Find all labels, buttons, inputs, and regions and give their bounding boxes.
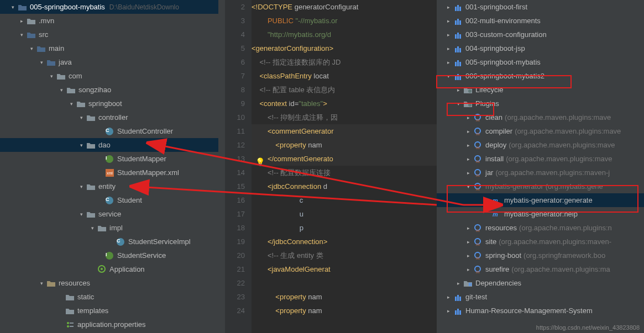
chevron-down-icon[interactable]: ▾ bbox=[465, 184, 471, 189]
tree-item-songzihao[interactable]: ▾songzihao bbox=[0, 83, 225, 97]
chevron-down-icon[interactable]: ▾ bbox=[59, 87, 64, 93]
chevron-right-icon[interactable]: ▸ bbox=[465, 267, 471, 272]
maven-item-mybatis-generator-generate[interactable]: mmybatis-generator:generate bbox=[437, 193, 644, 207]
code-line[interactable]: <!-- 配置 table 表信息内 bbox=[252, 83, 437, 97]
tree-item-resources[interactable]: ▾resources bbox=[0, 276, 225, 290]
tree-item-entity[interactable]: ▾entity bbox=[0, 179, 225, 193]
editor[interactable]: 23456789101112131415161718192021222324 <… bbox=[225, 0, 437, 333]
chevron-right-icon[interactable]: ▸ bbox=[446, 4, 451, 10]
code-line[interactable]: c bbox=[252, 193, 437, 207]
intention-bulb-icon[interactable]: 💡 bbox=[255, 157, 265, 166]
chevron-down-icon[interactable]: ▾ bbox=[39, 60, 44, 65]
code-line[interactable]: <property nam bbox=[252, 304, 437, 318]
maven-item-resources[interactable]: ▸mresources(org.apache.maven.plugins:n bbox=[437, 221, 644, 235]
chevron-right-icon[interactable]: ▸ bbox=[446, 308, 451, 314]
maven-item-site[interactable]: ▸msite(org.apache.maven.plugins:maven- bbox=[437, 235, 644, 249]
code-line[interactable]: <classPathEntry locat bbox=[252, 69, 437, 83]
tree-item-impl[interactable]: ▾impl bbox=[0, 221, 225, 235]
code-line[interactable]: <!-- 配置数据库连接 bbox=[252, 166, 437, 179]
chevron-right-icon[interactable]: ▸ bbox=[465, 142, 471, 148]
code-line[interactable]: <context id="tables"> bbox=[252, 97, 437, 110]
maven-item-install[interactable]: ▸minstall(org.apache.maven.plugins:mave bbox=[437, 152, 644, 166]
code-line[interactable] bbox=[252, 276, 437, 290]
chevron-right-icon[interactable]: ▸ bbox=[446, 46, 451, 51]
maven-item-git-test[interactable]: ▸git-test bbox=[437, 290, 644, 304]
tree-item-main[interactable]: ▾main bbox=[0, 41, 225, 55]
code-line[interactable]: <!DOCTYPE generatorConfigurat bbox=[252, 0, 437, 14]
chevron-right-icon[interactable]: ▸ bbox=[465, 225, 471, 231]
code-line[interactable]: u bbox=[252, 207, 437, 221]
chevron-right-icon[interactable]: ▸ bbox=[465, 239, 471, 245]
maven-item-002-multi-environments[interactable]: ▸002-multi-environments bbox=[437, 14, 644, 28]
chevron-down-icon[interactable]: ▾ bbox=[29, 46, 34, 51]
tree-item-springboot[interactable]: ▾springboot bbox=[0, 97, 225, 110]
code-line[interactable]: <jdbcConnection d bbox=[252, 179, 437, 193]
chevron-down-icon[interactable]: ▾ bbox=[39, 281, 44, 286]
chevron-down-icon[interactable]: ▾ bbox=[49, 73, 54, 79]
chevron-right-icon[interactable]: ▸ bbox=[465, 129, 471, 134]
code-line[interactable]: <property nam bbox=[252, 290, 437, 304]
tree-item-005-springboot-mybatis[interactable]: ▾005-springboot-mybatisD:\BaiduNetdiskDo… bbox=[0, 0, 225, 14]
code-line[interactable]: <javaModelGenerat bbox=[252, 262, 437, 276]
code-line[interactable]: </commentGenerato bbox=[252, 152, 437, 166]
maven-item-003-custom-configuration[interactable]: ▸003-custom-configuration bbox=[437, 28, 644, 41]
maven-item-006-springboot-mybatis2[interactable]: ▾006-springboot-mybatis2 bbox=[437, 69, 644, 83]
maven-item-spring-boot[interactable]: ▸mspring-boot(org.springframework.boo bbox=[437, 249, 644, 262]
tree-item-dao[interactable]: ▾dao bbox=[0, 138, 225, 152]
code-line[interactable]: <generatorConfiguration> bbox=[252, 41, 437, 55]
code-line[interactable]: <!-- 抑制生成注释，因 bbox=[252, 110, 437, 124]
code-area[interactable]: <!DOCTYPE generatorConfigurat PUBLIC "-/… bbox=[252, 0, 437, 333]
chevron-right-icon[interactable]: ▸ bbox=[19, 18, 24, 24]
tree-item-service[interactable]: ▾service bbox=[0, 207, 225, 221]
chevron-right-icon[interactable]: ▸ bbox=[465, 253, 471, 258]
maven-item-lifecycle[interactable]: ▸Lifecycle bbox=[437, 83, 644, 97]
code-line[interactable]: <property nam bbox=[252, 138, 437, 152]
tree-item-static[interactable]: static bbox=[0, 290, 225, 304]
chevron-down-icon[interactable]: ▾ bbox=[78, 115, 84, 120]
chevron-right-icon[interactable]: ▸ bbox=[465, 170, 471, 176]
code-line[interactable]: </jdbcConnection> bbox=[252, 235, 437, 249]
tree-item-studentservice[interactable]: IStudentService bbox=[0, 249, 225, 262]
maven-item-surefire[interactable]: ▸msurefire(org.apache.maven.plugins:ma bbox=[437, 262, 644, 276]
maven-item-compiler[interactable]: ▸mcompiler(org.apache.maven.plugins:mave bbox=[437, 124, 644, 138]
tree-item-src[interactable]: ▾src bbox=[0, 28, 225, 41]
project-tree[interactable]: ▾005-springboot-mybatisD:\BaiduNetdiskDo… bbox=[0, 0, 225, 333]
tree-item-studentmapper-xml[interactable]: xmlStudentMapper.xml bbox=[0, 166, 225, 179]
chevron-down-icon[interactable]: ▾ bbox=[78, 142, 84, 148]
maven-item-dependencies[interactable]: ▸Dependencies bbox=[437, 276, 644, 290]
chevron-down-icon[interactable]: ▾ bbox=[78, 212, 84, 217]
code-line[interactable]: <!-- 指定连接数据库的 JD bbox=[252, 55, 437, 69]
tree-item-templates[interactable]: templates bbox=[0, 304, 225, 318]
chevron-down-icon[interactable]: ▾ bbox=[10, 4, 15, 10]
maven-item-deploy[interactable]: ▸mdeploy(org.apache.maven.plugins:mave bbox=[437, 138, 644, 152]
chevron-right-icon[interactable]: ▸ bbox=[446, 60, 451, 65]
chevron-down-icon[interactable]: ▾ bbox=[455, 101, 461, 107]
code-line[interactable]: PUBLIC "-//mybatis.or bbox=[252, 14, 437, 28]
chevron-right-icon[interactable]: ▸ bbox=[465, 115, 471, 120]
code-line[interactable]: <!-- 生成 entity 类 bbox=[252, 249, 437, 262]
tree-item-studentmapper[interactable]: IStudentMapper bbox=[0, 152, 225, 166]
maven-item-clean[interactable]: ▸mclean(org.apache.maven.plugins:mave bbox=[437, 110, 644, 124]
chevron-right-icon[interactable]: ▸ bbox=[446, 18, 451, 24]
maven-item-mybatis-generator[interactable]: ▾mmybatis-generator(org.mybatis.gene bbox=[437, 179, 644, 193]
maven-item-001-springboot-first[interactable]: ▸001-springboot-first bbox=[437, 0, 644, 14]
chevron-down-icon[interactable]: ▾ bbox=[19, 32, 24, 38]
code-line[interactable]: p bbox=[252, 221, 437, 235]
maven-item-004-springboot-jsp[interactable]: ▸004-springboot-jsp bbox=[437, 41, 644, 55]
maven-tree[interactable]: ▸001-springboot-first▸002-multi-environm… bbox=[437, 0, 644, 333]
tree-item--mvn[interactable]: ▸.mvn bbox=[0, 14, 225, 28]
chevron-right-icon[interactable]: ▸ bbox=[446, 294, 451, 300]
tree-item-studentcontroller[interactable]: CStudentController bbox=[0, 124, 225, 138]
tree-item-controller[interactable]: ▾controller bbox=[0, 110, 225, 124]
chevron-right-icon[interactable]: ▸ bbox=[455, 87, 461, 93]
chevron-down-icon[interactable]: ▾ bbox=[446, 73, 451, 79]
tree-item-com[interactable]: ▾com bbox=[0, 69, 225, 83]
tree-item-application[interactable]: Application bbox=[0, 262, 225, 276]
tree-item-application-properties[interactable]: application.properties bbox=[0, 318, 225, 331]
chevron-down-icon[interactable]: ▾ bbox=[90, 225, 95, 231]
chevron-down-icon[interactable]: ▾ bbox=[69, 101, 74, 107]
code-line[interactable]: <commentGenerator bbox=[252, 124, 437, 138]
chevron-right-icon[interactable]: ▸ bbox=[465, 156, 471, 162]
maven-item-mybatis-generator-help[interactable]: mmybatis-generator:help bbox=[437, 207, 644, 221]
scrollbar[interactable] bbox=[218, 0, 225, 333]
